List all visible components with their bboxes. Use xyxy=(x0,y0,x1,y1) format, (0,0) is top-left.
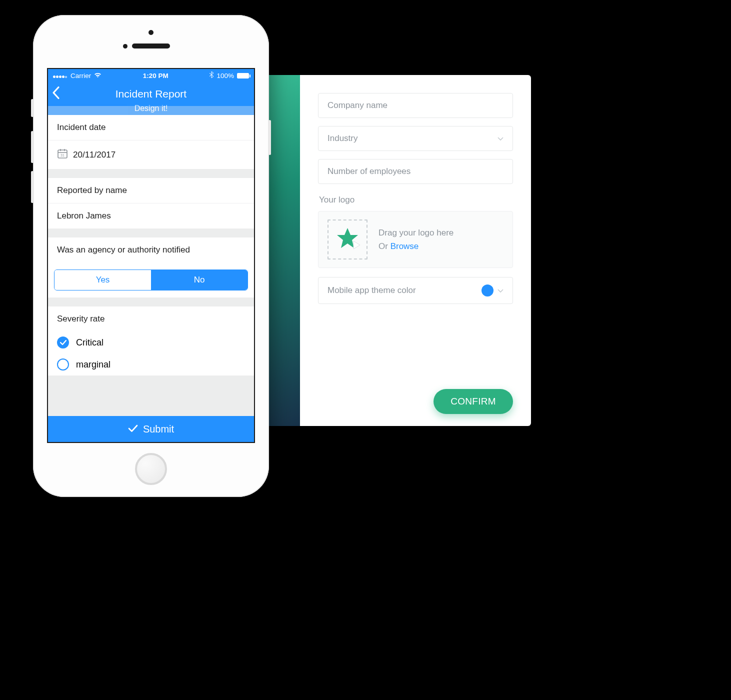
page-subtitle: Design it! xyxy=(48,104,254,115)
calendar-icon: 31 xyxy=(57,148,68,162)
confirm-button[interactable]: CONFIRM xyxy=(434,389,513,414)
drop-target xyxy=(328,220,368,260)
submit-button[interactable]: Submit xyxy=(48,416,254,442)
segment-yes[interactable]: Yes xyxy=(54,270,151,290)
incident-date-field[interactable]: 31 20/11/2017 xyxy=(48,140,254,169)
svg-marker-1 xyxy=(354,241,360,249)
home-button[interactable] xyxy=(135,453,167,485)
reported-by-value: Lebron James xyxy=(57,211,111,220)
front-camera xyxy=(123,44,128,48)
volume-up-button xyxy=(31,131,34,163)
svg-text:31: 31 xyxy=(60,154,64,157)
mute-switch xyxy=(31,99,34,117)
section-notified: Was an agency or authority notified Yes … xyxy=(48,238,254,298)
phone-mockup: Carrier 1:20 PM 100% Incident Report Des… xyxy=(33,15,269,497)
employees-input[interactable]: Number of employees xyxy=(318,159,513,184)
power-button xyxy=(268,120,271,155)
company-name-input[interactable]: Company name xyxy=(318,93,513,118)
settings-form: Company name Industry Number of employee… xyxy=(300,75,531,426)
severity-marginal-label: marginal xyxy=(76,360,110,370)
severity-option-critical[interactable]: Critical xyxy=(48,332,254,354)
severity-option-marginal[interactable]: marginal xyxy=(48,354,254,376)
incident-date-value: 20/11/2017 xyxy=(73,150,116,160)
submit-label: Submit xyxy=(143,424,174,435)
form-body: Incident date 31 20/11/2017 Reported by … xyxy=(48,115,254,416)
theme-color-select[interactable]: Mobile app theme color xyxy=(318,277,513,304)
chevron-down-icon xyxy=(498,134,504,144)
check-icon xyxy=(128,424,138,435)
color-swatch xyxy=(482,284,494,296)
drag-instructions: Drag your logo here Or Browse xyxy=(378,226,454,253)
chevron-down-icon xyxy=(498,286,504,296)
signal-dots-icon xyxy=(53,72,68,80)
theme-color-label: Mobile app theme color xyxy=(328,286,482,296)
volume-down-button xyxy=(31,171,34,203)
industry-placeholder: Industry xyxy=(328,134,494,144)
battery-icon xyxy=(237,73,249,78)
section-severity: Severity rate Critical marginal xyxy=(48,306,254,376)
radio-selected-icon xyxy=(57,336,69,348)
bluetooth-icon xyxy=(210,72,214,80)
section-incident-date: Incident date 31 20/11/2017 xyxy=(48,115,254,169)
drag-line: Drag your logo here xyxy=(378,226,454,240)
status-bar: Carrier 1:20 PM 100% xyxy=(48,69,254,82)
nav-header: Incident Report xyxy=(48,82,254,106)
wifi-icon xyxy=(94,72,102,80)
statusbar-time: 1:20 PM xyxy=(143,72,168,80)
proximity-sensor xyxy=(148,30,154,35)
logo-label: Your logo xyxy=(319,195,513,205)
industry-select[interactable]: Industry xyxy=(318,126,513,151)
section-reported-by: Reported by name Lebron James xyxy=(48,178,254,228)
battery-percent: 100% xyxy=(216,72,234,80)
severity-critical-label: Critical xyxy=(76,338,104,348)
reported-by-label: Reported by name xyxy=(48,178,254,203)
segment-no[interactable]: No xyxy=(151,270,248,290)
screen: Carrier 1:20 PM 100% Incident Report Des… xyxy=(47,68,255,443)
browse-link[interactable]: Browse xyxy=(390,242,419,251)
back-button[interactable] xyxy=(52,86,60,102)
radio-unselected-icon xyxy=(57,358,69,370)
or-text: Or xyxy=(378,242,388,251)
notified-segmented: Yes No xyxy=(48,262,254,298)
page-title: Incident Report xyxy=(116,88,186,100)
company-name-placeholder: Company name xyxy=(328,100,504,110)
incident-date-label: Incident date xyxy=(48,115,254,140)
logo-dropzone[interactable]: Drag your logo here Or Browse xyxy=(318,211,513,268)
star-icon xyxy=(335,226,360,253)
severity-label: Severity rate xyxy=(48,306,254,332)
carrier-text: Carrier xyxy=(70,72,91,80)
settings-card: Company name Industry Number of employee… xyxy=(230,75,531,426)
reported-by-field[interactable]: Lebron James xyxy=(48,203,254,228)
employees-placeholder: Number of employees xyxy=(328,166,504,176)
notified-label: Was an agency or authority notified xyxy=(48,238,254,262)
speaker-grille xyxy=(132,44,170,48)
